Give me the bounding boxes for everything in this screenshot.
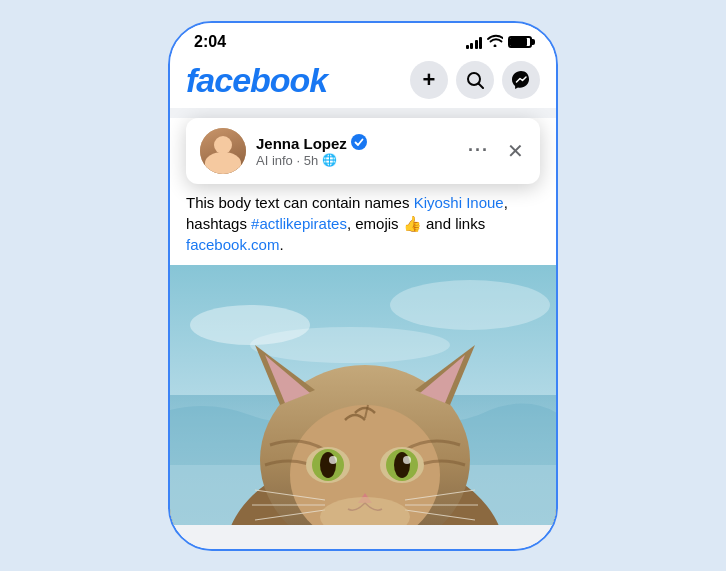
- verified-badge: [351, 134, 367, 153]
- wifi-icon: [487, 34, 503, 50]
- globe-icon: 🌐: [322, 153, 337, 167]
- post-body: This body text can contain names Kiyoshi…: [170, 192, 556, 265]
- post-header-actions: ··· ✕: [464, 138, 526, 163]
- svg-point-18: [329, 456, 337, 464]
- svg-point-23: [403, 456, 411, 464]
- cat-svg: [170, 265, 556, 525]
- search-button[interactable]: [456, 61, 494, 99]
- svg-point-5: [390, 280, 550, 330]
- post-body-hashtag[interactable]: #actlikepirates: [251, 215, 347, 232]
- battery-fill: [510, 38, 527, 46]
- app-header: facebook +: [170, 57, 556, 108]
- signal-bar-2: [470, 43, 473, 49]
- status-bar: 2:04: [170, 23, 556, 57]
- post-header-tooltip: Jenna Lopez AI info · 5h 🌐: [186, 118, 540, 184]
- post-meta: AI info · 5h 🌐: [256, 153, 367, 168]
- post-meta-text: AI info · 5h: [256, 153, 318, 168]
- post-body-link[interactable]: facebook.com: [186, 236, 279, 253]
- svg-point-22: [394, 452, 410, 478]
- avatar-image: [200, 128, 246, 174]
- post-body-middle2: , emojis 👍 and links: [347, 215, 485, 232]
- post-card: Jenna Lopez AI info · 5h 🌐: [170, 118, 556, 525]
- battery-icon: [508, 36, 532, 48]
- svg-line-1: [479, 84, 484, 89]
- close-button[interactable]: ✕: [505, 139, 526, 163]
- signal-bar-3: [475, 40, 478, 49]
- post-body-suffix: .: [279, 236, 283, 253]
- add-button[interactable]: +: [410, 61, 448, 99]
- signal-icon: [466, 35, 483, 49]
- author-details: Jenna Lopez AI info · 5h 🌐: [256, 134, 367, 168]
- post-body-prefix: This body text can contain names: [186, 194, 414, 211]
- feed: Jenna Lopez AI info · 5h 🌐: [170, 108, 556, 549]
- svg-point-17: [320, 452, 336, 478]
- signal-bar-1: [466, 45, 469, 49]
- svg-point-6: [250, 327, 450, 363]
- author-name-row: Jenna Lopez: [256, 134, 367, 153]
- signal-bar-4: [479, 37, 482, 49]
- post-author-info: Jenna Lopez AI info · 5h 🌐: [200, 128, 367, 174]
- messenger-button[interactable]: [502, 61, 540, 99]
- facebook-logo: facebook: [186, 61, 327, 100]
- header-actions: +: [410, 61, 540, 99]
- author-name: Jenna Lopez: [256, 135, 347, 152]
- post-body-name-link[interactable]: Kiyoshi Inoue: [414, 194, 504, 211]
- post-image: [170, 265, 556, 525]
- status-icons: [466, 34, 533, 50]
- more-options-button[interactable]: ···: [464, 138, 493, 163]
- phone-frame: 2:04 facebook: [168, 21, 558, 551]
- svg-point-2: [351, 134, 367, 150]
- status-time: 2:04: [194, 33, 226, 51]
- avatar: [200, 128, 246, 174]
